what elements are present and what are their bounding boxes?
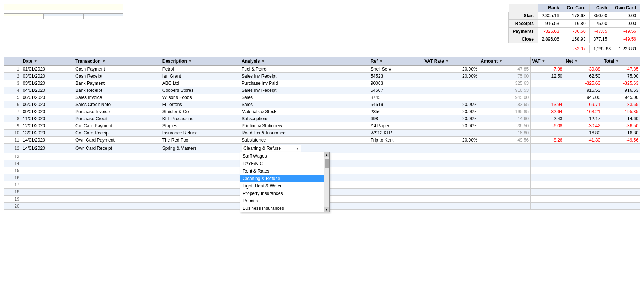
transaction-cell[interactable]: Co. Card Payment: [74, 122, 161, 130]
vat-rate-cell[interactable]: [423, 174, 479, 181]
total-cell[interactable]: -49.56: [602, 137, 640, 144]
vat-cell[interactable]: [531, 94, 564, 101]
description-cell[interactable]: Fullertons: [161, 101, 240, 108]
date-cell[interactable]: 14/01/2020: [21, 137, 74, 144]
transaction-cell[interactable]: Sales Credit Note: [74, 101, 161, 108]
transaction-cell[interactable]: Co. Card Receipt: [74, 130, 161, 137]
total-cell[interactable]: [602, 167, 640, 174]
date-cell[interactable]: 03/01/2020: [21, 80, 74, 87]
total-cell[interactable]: -83.65: [602, 101, 640, 108]
ref-cell[interactable]: [369, 167, 423, 174]
vat-rate-cell[interactable]: [423, 130, 479, 137]
total-cell[interactable]: -47.85: [602, 66, 640, 73]
total-cell[interactable]: -36.50: [602, 122, 640, 130]
vat-rate-cell[interactable]: 20.00%: [423, 66, 479, 73]
date-cell[interactable]: [21, 181, 74, 189]
vat-cell[interactable]: [531, 167, 564, 174]
total-cell[interactable]: [602, 160, 640, 167]
ref-cell[interactable]: [369, 144, 423, 153]
date-cell[interactable]: 11/01/2020: [21, 115, 74, 122]
vat-cell[interactable]: 2.43: [531, 115, 564, 122]
net-cell[interactable]: [564, 167, 602, 174]
vat-rate-cell[interactable]: 20.00%: [423, 137, 479, 144]
ref-cell[interactable]: 90063: [369, 80, 423, 87]
dropdown-option[interactable]: Business Insurances: [240, 205, 329, 212]
transaction-cell[interactable]: Cash Receipt: [74, 73, 161, 80]
amount-cell[interactable]: 16.80: [479, 130, 531, 137]
total-cell[interactable]: -325.63: [602, 80, 640, 87]
net-cell[interactable]: [564, 196, 602, 203]
filter-arrow[interactable]: ▼: [445, 59, 449, 63]
description-cell[interactable]: Coopers Stores: [161, 87, 240, 94]
description-cell[interactable]: KLT Processing: [161, 115, 240, 122]
vat-cell[interactable]: [531, 203, 564, 210]
amount-cell[interactable]: [479, 196, 531, 203]
ref-cell[interactable]: [369, 174, 423, 181]
amount-cell[interactable]: 195.85: [479, 108, 531, 115]
description-cell[interactable]: [161, 160, 240, 167]
vat-rate-cell[interactable]: [423, 87, 479, 94]
net-cell[interactable]: -30.42: [564, 122, 602, 130]
total-cell[interactable]: 75.00: [602, 73, 640, 80]
filter-arrow[interactable]: ▼: [379, 59, 383, 63]
total-cell[interactable]: [602, 189, 640, 196]
total-cell[interactable]: -195.85: [602, 108, 640, 115]
amount-cell[interactable]: 83.65: [479, 101, 531, 108]
amount-cell[interactable]: 36.50: [479, 122, 531, 130]
description-cell[interactable]: Spring & Masters: [161, 144, 240, 153]
ref-cell[interactable]: 54507: [369, 87, 423, 94]
net-cell[interactable]: 916.53: [564, 87, 602, 94]
net-cell[interactable]: [564, 174, 602, 181]
dropdown-option[interactable]: Light, Heat & Water: [240, 182, 329, 190]
date-cell[interactable]: 12/01/2020: [21, 122, 74, 130]
date-cell[interactable]: [21, 196, 74, 203]
filter-arrow[interactable]: ▼: [34, 59, 37, 63]
total-cell[interactable]: [602, 203, 640, 210]
ref-cell[interactable]: 698: [369, 115, 423, 122]
vat-rate-cell[interactable]: [423, 203, 479, 210]
ref-cell[interactable]: 54523: [369, 73, 423, 80]
date-cell[interactable]: [21, 160, 74, 167]
amount-cell[interactable]: [479, 167, 531, 174]
description-cell[interactable]: The Red Fox: [161, 137, 240, 144]
dropdown-option[interactable]: Cleaning & Refuse: [240, 175, 329, 182]
ref-cell[interactable]: Shell Serv: [369, 66, 423, 73]
date-cell[interactable]: 06/01/2020: [21, 101, 74, 108]
vat-cell[interactable]: -13.94: [531, 101, 564, 108]
net-cell[interactable]: 16.80: [564, 130, 602, 137]
filter-arrow[interactable]: ▼: [575, 59, 578, 63]
vat-rate-cell[interactable]: [423, 181, 479, 189]
description-cell[interactable]: Staidler & Co: [161, 108, 240, 115]
vat-cell[interactable]: [531, 87, 564, 94]
ref-cell[interactable]: [369, 196, 423, 203]
vat-cell[interactable]: [531, 196, 564, 203]
vat-cell[interactable]: -6.08: [531, 122, 564, 130]
description-cell[interactable]: Staples: [161, 122, 240, 130]
vat-rate-cell[interactable]: [423, 189, 479, 196]
ref-cell[interactable]: A4 Paper: [369, 122, 423, 130]
date-cell[interactable]: 09/01/2020: [21, 108, 74, 115]
vat-cell[interactable]: [531, 130, 564, 137]
net-cell[interactable]: [564, 153, 602, 160]
net-cell[interactable]: 62.50: [564, 73, 602, 80]
vat-rate-cell[interactable]: [423, 160, 479, 167]
amount-cell[interactable]: [479, 189, 531, 196]
vat-cell[interactable]: [531, 80, 564, 87]
net-cell[interactable]: -41.30: [564, 137, 602, 144]
transaction-cell[interactable]: [74, 153, 161, 160]
vat-cell[interactable]: [531, 189, 564, 196]
net-cell[interactable]: [564, 203, 602, 210]
description-cell[interactable]: [161, 174, 240, 181]
transaction-cell[interactable]: Purchase Credit: [74, 115, 161, 122]
ref-cell[interactable]: W912 KLP: [369, 130, 423, 137]
ref-cell[interactable]: 54519: [369, 101, 423, 108]
ref-cell[interactable]: [369, 189, 423, 196]
ref-cell[interactable]: [369, 160, 423, 167]
filter-arrow[interactable]: ▼: [499, 59, 503, 63]
scroll-down-btn[interactable]: ▼: [324, 207, 329, 212]
amount-cell[interactable]: [479, 181, 531, 189]
amount-cell[interactable]: [479, 203, 531, 210]
amount-cell[interactable]: 49.56: [479, 137, 531, 144]
ref-cell[interactable]: [369, 153, 423, 160]
description-cell[interactable]: [161, 189, 240, 196]
